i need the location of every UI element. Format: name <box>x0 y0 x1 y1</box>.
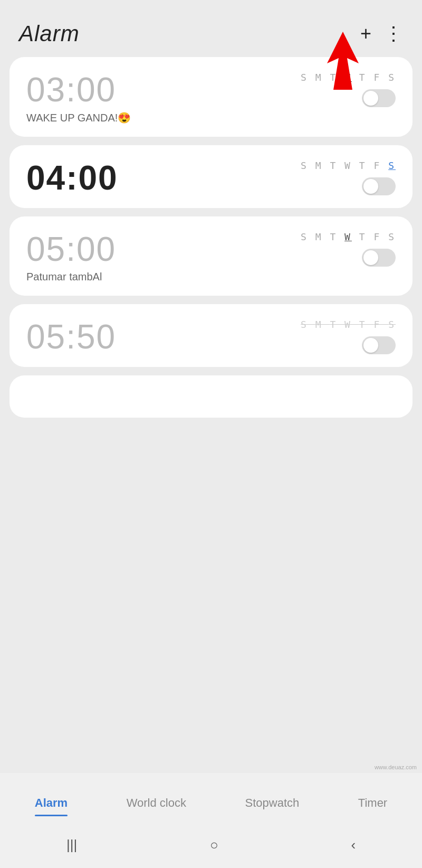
alarm-time: 04:00 <box>26 161 118 195</box>
alarm-toggle[interactable] <box>362 89 396 107</box>
day-s: S <box>301 160 315 171</box>
watermark: www.deuaz.com <box>375 764 417 770</box>
day-s2: S <box>388 319 396 330</box>
alarm-list: 03:00 S M T W T F S WAKE UP GANDA!😍 04:0… <box>0 57 422 418</box>
day-s: S <box>301 72 315 83</box>
more-options-button[interactable]: ⋮ <box>384 24 403 43</box>
alarm-item[interactable]: 05:00 S M T W T F S Patumar tambAl <box>9 216 413 296</box>
alarm-controls: S M T W T F S <box>301 231 396 267</box>
day-m: M <box>315 160 330 171</box>
alarm-controls: S M T W T F S <box>301 319 396 354</box>
tab-bar: Alarm World clock Stopwatch Timer <box>0 773 422 827</box>
alarm-item[interactable]: 04:00 S M T W T F S <box>9 145 413 208</box>
day-m: M <box>315 319 330 330</box>
alarm-days: S M T W T F S <box>301 160 396 171</box>
day-t2: T <box>352 231 374 242</box>
home-icon[interactable]: ○ <box>199 833 229 857</box>
day-m: M <box>315 231 330 242</box>
alarm-toggle[interactable] <box>362 249 396 267</box>
day-s: S <box>301 231 315 242</box>
day-f: F <box>373 319 388 330</box>
alarm-days: S M T W T F S <box>301 319 396 330</box>
day-t: T <box>330 231 344 242</box>
day-s2: S <box>388 231 396 242</box>
day-f: F <box>373 231 388 242</box>
bottom-navigation: Alarm World clock Stopwatch Timer ||| ○ … <box>0 773 422 868</box>
alarm-days: S M T W T F S <box>301 231 396 242</box>
alarm-toggle[interactable] <box>362 177 396 195</box>
alarm-time: 05:50 <box>26 320 116 354</box>
tab-stopwatch[interactable]: Stopwatch <box>239 792 306 814</box>
day-f: F <box>373 72 388 83</box>
page-title: Alarm <box>19 21 80 46</box>
day-s2: S <box>388 160 396 171</box>
day-s: S <box>301 319 315 330</box>
day-t2: T <box>359 319 374 330</box>
tab-alarm[interactable]: Alarm <box>28 792 74 814</box>
alarm-controls: S M T W T F S <box>301 160 396 195</box>
tab-timer[interactable]: Timer <box>352 792 394 814</box>
day-w: W <box>344 160 359 171</box>
day-s2: S <box>388 72 396 83</box>
day-t: T <box>330 319 344 330</box>
day-w: W <box>344 319 359 330</box>
day-w: W <box>344 231 352 242</box>
back-icon[interactable]: ‹ <box>340 833 366 857</box>
alarm-time: 05:00 <box>26 232 116 266</box>
alarm-item-empty <box>9 375 413 418</box>
tab-world-clock[interactable]: World clock <box>120 792 193 814</box>
alarm-time: 03:00 <box>26 73 116 107</box>
alarm-label: Patumar tambAl <box>26 271 396 283</box>
day-f: F <box>373 160 388 171</box>
alarm-label: WAKE UP GANDA!😍 <box>26 111 396 124</box>
alarm-item[interactable]: 05:50 S M T W T F S <box>9 304 413 367</box>
annotation-arrow <box>316 32 369 90</box>
day-t: T <box>330 160 344 171</box>
svg-marker-0 <box>327 32 359 90</box>
day-t2: T <box>359 160 374 171</box>
system-nav-bar: ||| ○ ‹ <box>0 827 422 868</box>
alarm-toggle[interactable] <box>362 336 396 354</box>
recent-apps-icon[interactable]: ||| <box>56 833 88 857</box>
